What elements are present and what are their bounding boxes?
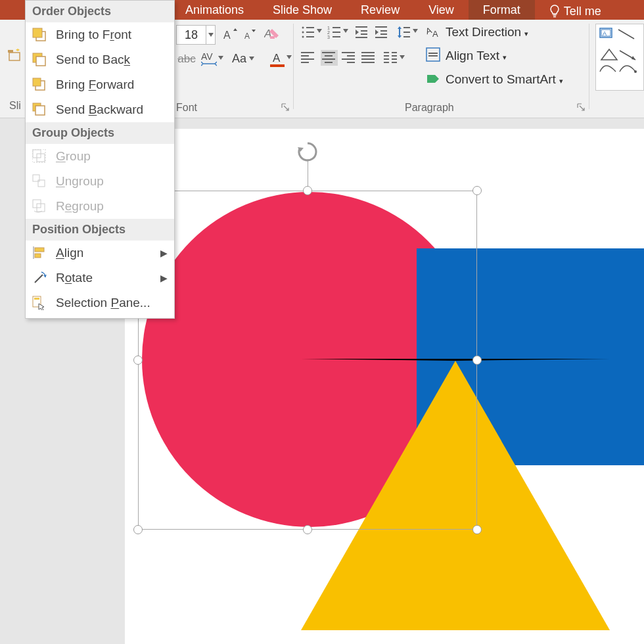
svg-rect-31 xyxy=(301,58,314,60)
svg-rect-48 xyxy=(392,55,397,57)
chevron-down-icon xyxy=(317,29,322,33)
svg-rect-55 xyxy=(426,48,440,61)
numbering-dropdown[interactable] xyxy=(343,29,348,33)
text-direction-icon: AA xyxy=(426,24,442,39)
svg-rect-51 xyxy=(384,62,389,63)
ungroup-icon xyxy=(32,174,47,189)
menu-align[interactable]: Align ▶ xyxy=(26,241,174,265)
menu-bring-forward[interactable]: Bring Forward xyxy=(26,72,174,97)
menu-bring-to-front[interactable]: Bring to Front xyxy=(26,22,174,47)
columns-dropdown[interactable] xyxy=(400,55,405,59)
slides-panel-label: Sli xyxy=(9,100,21,112)
svg-rect-67 xyxy=(33,28,42,37)
font-color-button[interactable]: A xyxy=(267,49,288,70)
tab-format[interactable]: Format xyxy=(469,0,535,20)
rotate-icon xyxy=(32,271,47,285)
decrease-font-button[interactable]: A xyxy=(242,25,259,45)
svg-rect-21 xyxy=(356,37,367,38)
align-right-button[interactable] xyxy=(342,51,356,64)
svg-rect-37 xyxy=(342,52,355,53)
resize-handle-s[interactable] xyxy=(303,525,312,534)
decrease-indent-button[interactable] xyxy=(355,25,369,39)
tab-slideshow[interactable]: Slide Show xyxy=(258,0,346,20)
text-direction-button[interactable]: Text Direction ▾ xyxy=(446,25,528,39)
resize-handle-ne[interactable] xyxy=(472,186,482,195)
columns-button[interactable] xyxy=(384,51,398,64)
svg-rect-18 xyxy=(356,26,367,28)
align-icon xyxy=(32,246,47,260)
svg-rect-3 xyxy=(270,36,275,39)
svg-rect-41 xyxy=(361,52,375,53)
smartart-icon xyxy=(426,71,442,87)
font-size-dropdown[interactable] xyxy=(206,25,216,45)
chevron-down-icon xyxy=(208,33,214,37)
svg-rect-44 xyxy=(361,62,375,63)
resize-handle-se[interactable] xyxy=(472,525,482,534)
svg-text:A: A xyxy=(223,30,231,41)
tab-view[interactable]: View xyxy=(414,0,469,20)
strikethrough-button[interactable]: abc xyxy=(176,51,197,67)
svg-rect-38 xyxy=(347,55,355,57)
menu-send-backward[interactable]: Send Backward xyxy=(26,97,174,122)
svg-rect-52 xyxy=(392,62,397,63)
line-spacing-button[interactable] xyxy=(397,25,411,39)
svg-rect-26 xyxy=(403,27,410,28)
bullets-dropdown[interactable] xyxy=(317,29,322,33)
resize-handle-e[interactable] xyxy=(472,356,482,365)
menu-header-order: Order Objects xyxy=(26,1,174,22)
rotation-handle[interactable] xyxy=(296,141,319,163)
slide-canvas[interactable] xyxy=(125,129,644,644)
resize-handle-n[interactable] xyxy=(303,186,312,195)
tab-tellme[interactable]: Tell me xyxy=(535,0,616,20)
change-case-button[interactable]: Aa xyxy=(230,50,256,67)
svg-text:1: 1 xyxy=(327,26,330,30)
svg-rect-49 xyxy=(384,58,389,60)
font-color-dropdown[interactable] xyxy=(287,55,292,59)
menu-send-to-back[interactable]: Send to Back xyxy=(26,47,174,72)
bullets-button[interactable] xyxy=(301,25,315,39)
svg-rect-35 xyxy=(322,58,335,60)
font-dialog-launcher[interactable] xyxy=(281,103,290,112)
svg-rect-83 xyxy=(35,254,41,258)
svg-rect-76 xyxy=(32,149,45,162)
svg-rect-19 xyxy=(361,30,367,32)
shapes-gallery[interactable]: A xyxy=(595,24,644,91)
numbering-button[interactable]: 123 xyxy=(327,25,342,39)
tab-animations[interactable]: Animations xyxy=(171,0,258,20)
svg-rect-25 xyxy=(375,37,387,38)
svg-rect-9 xyxy=(306,32,314,33)
menu-selection-pane[interactable]: Selection Pane... xyxy=(26,290,174,315)
svg-point-10 xyxy=(302,36,304,38)
svg-rect-33 xyxy=(322,52,335,53)
menu-header-group: Group Objects xyxy=(26,122,174,144)
character-spacing-button[interactable]: AV xyxy=(201,49,223,67)
svg-rect-45 xyxy=(384,52,389,53)
resize-handle-sw[interactable] xyxy=(133,525,143,534)
svg-point-63 xyxy=(634,70,637,73)
svg-rect-69 xyxy=(36,57,45,66)
svg-rect-17 xyxy=(333,36,340,37)
line-spacing-dropdown[interactable] xyxy=(413,29,418,33)
increase-font-button[interactable]: A xyxy=(221,25,239,45)
svg-rect-82 xyxy=(35,248,44,252)
justify-button[interactable] xyxy=(361,51,376,64)
clear-formatting-button[interactable]: A xyxy=(263,24,283,43)
svg-text:A: A xyxy=(432,29,438,39)
font-size-input[interactable]: 18 xyxy=(176,25,206,45)
convert-smartart-button[interactable]: Convert to SmartArt ▾ xyxy=(446,72,563,87)
menu-rotate[interactable]: Rotate ▶ xyxy=(26,265,174,290)
resize-handle-w[interactable] xyxy=(133,356,143,365)
lightbulb-icon xyxy=(549,5,560,18)
paragraph-dialog-launcher[interactable] xyxy=(577,103,586,112)
increase-indent-button[interactable] xyxy=(375,25,389,39)
svg-rect-22 xyxy=(375,26,387,28)
align-center-button[interactable] xyxy=(321,50,338,66)
tab-review[interactable]: Review xyxy=(346,0,414,20)
regroup-icon xyxy=(32,199,47,214)
align-text-button[interactable]: Align Text ▾ xyxy=(446,49,507,63)
section-button[interactable] xyxy=(8,49,22,63)
paragraph-group-label: Paragraph xyxy=(405,102,454,114)
arrange-menu: Order Objects Bring to Front Send to Bac… xyxy=(25,0,175,319)
align-left-button[interactable] xyxy=(301,51,315,64)
svg-rect-42 xyxy=(361,55,375,57)
